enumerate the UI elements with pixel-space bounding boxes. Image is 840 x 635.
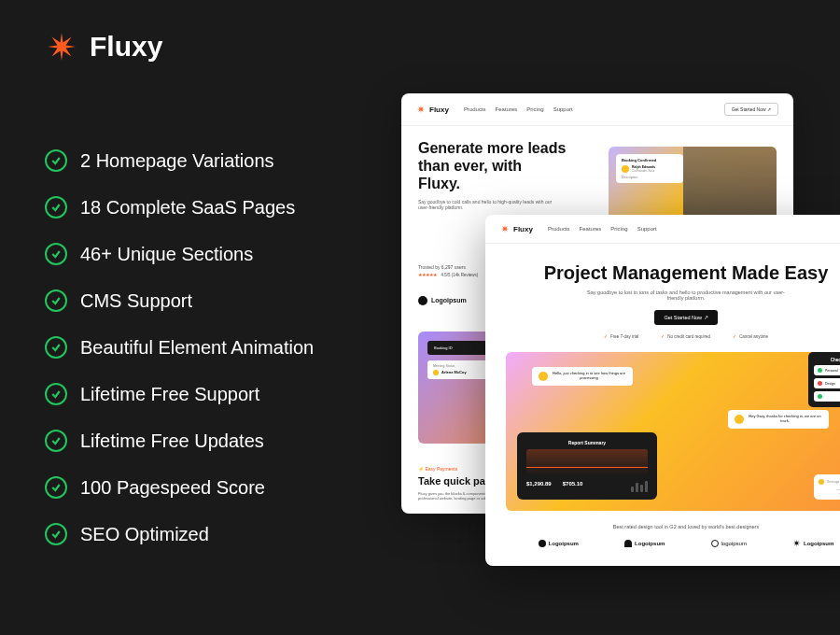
report-value: $1,290.89 xyxy=(526,481,552,492)
booking-status: Booking Confirmed xyxy=(622,158,678,162)
check-icon xyxy=(45,523,67,545)
check-icon xyxy=(45,430,67,452)
logo-icon xyxy=(711,540,719,547)
logo-icon xyxy=(539,540,546,547)
check-icon: ✓ xyxy=(661,334,665,339)
chat-text: Hey Gary, thanks for checking in, we are… xyxy=(748,415,822,424)
hero-section: Project Management Made Easy Say goodbye… xyxy=(485,244,840,566)
preview-logo: Fluxy xyxy=(416,105,449,114)
feature-text: Beautiful Element Animation xyxy=(80,337,314,359)
feature-item: Beautiful Element Animation xyxy=(45,336,314,359)
rating-text: 4.5/5 (14k Reviews) xyxy=(441,273,478,277)
status-dot-icon xyxy=(818,368,822,373)
preview-logo-text: Fluxy xyxy=(429,106,449,114)
get-started-button[interactable]: Get Started Now ↗ xyxy=(654,310,717,325)
hero-title: Project Management Made Easy xyxy=(506,262,840,284)
client-logo: Logoipsum xyxy=(539,540,579,547)
hero-title: Generate more leads than ever, with Flux… xyxy=(418,139,567,193)
client-logo: logoipsum xyxy=(711,540,747,547)
check-icon xyxy=(45,289,67,312)
logo-row: Logoipsum Logoipsum logoipsum Logoipsum xyxy=(506,539,840,547)
nav-item[interactable]: Pricing xyxy=(526,106,543,112)
trial-benefits: ✓Free 7-day trial ✓No credit card requir… xyxy=(506,334,840,339)
check-icon xyxy=(45,476,67,499)
asterisk-icon xyxy=(500,224,510,233)
chat-text: Hello, just checking in to see how thing… xyxy=(552,372,626,381)
feature-text: SEO Optimized xyxy=(80,524,209,545)
nav-item[interactable]: Features xyxy=(580,226,602,232)
status-dot-icon xyxy=(818,394,822,399)
feature-item: SEO Optimized xyxy=(45,523,314,545)
booking-card: Booking Confirmed Ralph Edwards Co-Found… xyxy=(616,154,683,183)
checklist-title: Checklists xyxy=(814,358,840,362)
feature-item: 2 Homepage Variations xyxy=(45,149,314,172)
feature-text: 46+ Unique Sections xyxy=(80,244,253,265)
checklist-item: Personal xyxy=(814,365,840,375)
feature-text: CMS Support xyxy=(80,290,192,312)
checklist-item xyxy=(814,391,840,402)
get-started-button[interactable]: Get Started Now ↗ xyxy=(724,103,778,116)
report-title: Report Summary xyxy=(526,440,648,445)
brand-name: Fluxy xyxy=(90,31,162,63)
feature-text: 2 Homepage Variations xyxy=(80,150,274,172)
checklist-card: Checklists Personal Design xyxy=(808,352,840,407)
feature-text: 18 Complete SaaS Pages xyxy=(80,197,295,219)
check-icon: ✓ xyxy=(604,334,608,339)
notification-card: 3 min ago — — — —— — — xyxy=(814,474,840,500)
logo-text: Logoipsum xyxy=(431,297,467,303)
hero-subtitle: Say goodbye to cold calls and hello to h… xyxy=(418,199,558,210)
nav-item[interactable]: Support xyxy=(553,106,573,112)
hero-subtitle: Say goodbye to lost in tons of tasks and… xyxy=(583,289,789,301)
logo-icon xyxy=(624,540,632,547)
nav-item[interactable]: Products xyxy=(548,226,570,232)
preview-logo: Fluxy xyxy=(500,224,533,233)
report-card: Report Summary $1,290.89 $705.10 xyxy=(517,432,657,500)
nav-item[interactable]: Features xyxy=(496,106,518,112)
check-icon xyxy=(45,383,67,405)
bar-chart-icon xyxy=(631,481,648,492)
hero-image: Hello, just checking in to see how thing… xyxy=(506,352,840,511)
feature-item: 18 Complete SaaS Pages xyxy=(45,196,314,219)
status-dot-icon xyxy=(818,381,822,386)
preview-nav: Fluxy Products Features Pricing Support xyxy=(485,215,840,244)
nav-item[interactable]: Pricing xyxy=(610,226,627,232)
preview-nav: Fluxy Products Features Pricing Support … xyxy=(401,93,793,126)
trial-item: ✓No credit card required xyxy=(661,334,710,339)
chat-bubble: Hey Gary, thanks for checking in, we are… xyxy=(728,410,829,429)
social-proof: Best rated design tool in G2 and loved b… xyxy=(506,524,840,529)
check-icon xyxy=(45,336,67,359)
feature-item: Lifetime Free Updates xyxy=(45,430,314,452)
chart-area xyxy=(526,449,648,475)
feature-item: 100 Pagespeed Score xyxy=(45,476,314,499)
check-icon: ✓ xyxy=(733,334,736,339)
check-icon xyxy=(45,149,67,172)
feature-text: Lifetime Free Updates xyxy=(80,430,264,452)
time-ago: 3 min ago xyxy=(819,479,840,485)
preview-nav-items: Products Features Pricing Support xyxy=(548,226,657,232)
description-label: Description xyxy=(622,176,678,179)
avatar xyxy=(433,370,439,375)
feature-list: 2 Homepage Variations 18 Complete SaaS P… xyxy=(45,149,314,545)
report-value: $705.10 xyxy=(563,481,583,492)
preview-homepage-2: Fluxy Products Features Pricing Support … xyxy=(485,215,840,566)
logo-icon xyxy=(418,296,427,305)
brand-logo: Fluxy xyxy=(45,30,162,64)
check-icon xyxy=(45,243,67,265)
booking-name: Ralph Edwards xyxy=(632,165,655,169)
nav-item[interactable]: Products xyxy=(464,106,486,112)
feature-item: 46+ Unique Sections xyxy=(45,243,314,265)
feature-text: Lifetime Free Support xyxy=(80,384,259,405)
preview-area: Fluxy Products Features Pricing Support … xyxy=(401,93,840,635)
feature-text: 100 Pagespeed Score xyxy=(80,477,265,499)
trial-item: ✓Free 7-day trial xyxy=(604,334,638,339)
booking-role: Co-Founder, Sass xyxy=(632,169,655,173)
asterisk-icon xyxy=(416,105,426,114)
asterisk-icon xyxy=(45,30,78,64)
avatar xyxy=(539,372,548,381)
avatar xyxy=(819,479,824,485)
feature-item: CMS Support xyxy=(45,289,314,312)
nav-item[interactable]: Support xyxy=(637,226,657,232)
notification-body: — — — —— — — xyxy=(819,487,840,495)
client-logo: Logoipsum xyxy=(792,539,833,547)
checklist-item: Design xyxy=(814,378,840,388)
